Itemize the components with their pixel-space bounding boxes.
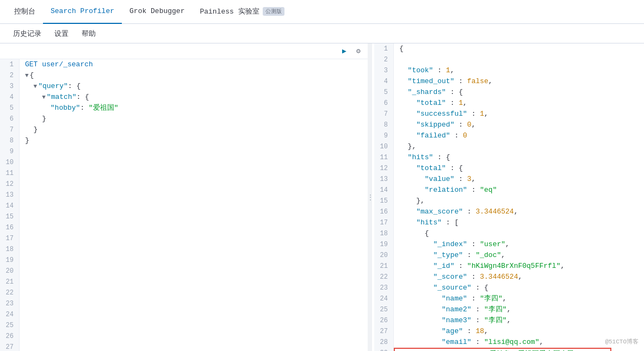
line-number: 1 <box>374 43 394 54</box>
line-number: 18 <box>0 244 20 255</box>
line-content: "skipped" : 0, <box>394 120 644 130</box>
right-result-panel: 1{ 23 "took" : 1,4 "timed_out" : false,5… <box>374 43 644 351</box>
line-number: 12 <box>0 179 20 190</box>
nav-painless[interactable]: Painless 实验室 公测版 <box>192 0 292 24</box>
collapse-arrow[interactable]: ▼ <box>42 94 46 101</box>
table-row: 6 } <box>0 114 369 124</box>
line-number: 13 <box>0 190 20 200</box>
run-button[interactable]: ▶ <box>338 45 351 58</box>
nav-search-profiler-label: Search Profiler <box>51 7 114 15</box>
line-content <box>20 146 369 157</box>
wrench-icon-button[interactable]: ⚙ <box>352 45 365 58</box>
line-content <box>20 309 369 320</box>
line-content: "successful" : 1, <box>394 109 644 120</box>
line-content <box>20 266 369 277</box>
table-row: 8 } <box>0 135 369 146</box>
line-number: 2 <box>374 54 394 65</box>
watermark: @51CTO博客 <box>605 337 639 346</box>
line-content: "_index" : "user", <box>394 239 644 250</box>
subnav-settings-label: 设置 <box>54 29 69 39</box>
line-number: 9 <box>0 146 20 157</box>
left-code-editor[interactable]: 1 GET user/_search 2 ▼{ 3 ▼"query": { 4 … <box>0 59 369 351</box>
wrench-icon: ⚙ <box>356 47 361 55</box>
line-number: 3 <box>374 65 394 76</box>
line-number: 25 <box>374 304 394 315</box>
line-content: GET user/_search <box>20 59 369 70</box>
line-content <box>20 298 369 309</box>
table-row: 12 <box>0 179 369 190</box>
main-layout: ▶ ⚙ 1 GET user/_search 2 ▼{ <box>0 43 644 351</box>
line-content: }, <box>394 196 644 206</box>
line-number: 5 <box>374 87 394 98</box>
subnav-history[interactable]: 历史记录 <box>7 24 48 43</box>
table-row: 18 { <box>374 228 644 239</box>
table-row: 1{ <box>374 43 644 54</box>
line-number: 16 <box>0 222 20 233</box>
line-number: 17 <box>0 233 20 244</box>
line-number: 4 <box>0 92 20 103</box>
table-row: 17 <box>0 233 369 244</box>
nav-console[interactable]: 控制台 <box>7 0 43 24</box>
table-row: 11 "hits" : { <box>374 152 644 163</box>
line-number: 21 <box>0 277 20 287</box>
line-number: 23 <box>0 298 20 309</box>
table-row: 15 }, <box>374 196 644 206</box>
table-row: 24 <box>0 309 369 320</box>
sub-navigation: 历史记录 设置 帮助 <box>0 24 644 43</box>
code-lines-table: 1 GET user/_search 2 ▼{ 3 ▼"query": { 4 … <box>0 59 369 351</box>
line-content: }, <box>394 141 644 152</box>
line-number: 14 <box>0 200 20 211</box>
table-row: 19 "_index" : "user", <box>374 239 644 250</box>
table-row: 28 "email" : "lisi@qq.com", <box>374 337 644 348</box>
line-content <box>20 342 369 351</box>
subnav-settings[interactable]: 设置 <box>48 24 75 43</box>
key: "query" <box>38 82 68 90</box>
line-number: 11 <box>0 168 20 179</box>
painless-badge: 公测版 <box>263 7 284 16</box>
table-row: 16 <box>0 222 369 233</box>
table-row: 1 GET user/_search <box>0 59 369 70</box>
line-content: "total" : { <box>394 163 644 174</box>
line-number: 17 <box>374 217 394 228</box>
table-row: 7 } <box>0 124 369 135</box>
table-row: 3 "took" : 1, <box>374 65 644 76</box>
subnav-help[interactable]: 帮助 <box>75 24 102 43</box>
table-row: 23 "_source" : { <box>374 283 644 293</box>
line-content <box>20 255 369 266</box>
watermark-text: @51CTO博客 <box>605 339 639 345</box>
line-number: 11 <box>374 152 394 163</box>
nav-search-profiler[interactable]: Search Profiler <box>43 0 122 24</box>
key: "match" <box>47 93 77 101</box>
line-content <box>20 244 369 255</box>
line-number: 27 <box>0 342 20 351</box>
table-row: 9 <box>0 146 369 157</box>
right-code-area[interactable]: 1{ 23 "took" : 1,4 "timed_out" : false,5… <box>374 43 644 351</box>
nav-painless-label: Painless 实验室 <box>200 7 259 16</box>
table-row: 14 <box>0 200 369 211</box>
line-number: 27 <box>374 326 394 337</box>
line-content <box>20 168 369 179</box>
line-number: 15 <box>374 196 394 206</box>
line-number: 26 <box>0 331 20 342</box>
line-number: 7 <box>0 124 20 135</box>
collapse-arrow[interactable]: ▼ <box>34 83 38 90</box>
panel-divider[interactable]: ⋮ <box>368 43 372 351</box>
line-number: 15 <box>0 211 20 222</box>
table-row: 15 <box>0 211 369 222</box>
line-content <box>20 277 369 287</box>
collapse-arrow[interactable]: ▼ <box>25 72 29 79</box>
line-number: 21 <box>374 261 394 272</box>
line-content: "relation" : "eq" <box>394 185 644 196</box>
line-content: ▼"query": { <box>20 81 369 92</box>
line-content: "total" : 1, <box>394 98 644 109</box>
table-row: 27 <box>0 342 369 351</box>
line-content: { <box>394 43 644 54</box>
line-content: "hits" : { <box>394 152 644 163</box>
left-editor-panel: ▶ ⚙ 1 GET user/_search 2 ▼{ <box>0 43 370 351</box>
line-number: 22 <box>374 272 394 283</box>
line-content: } <box>20 124 369 135</box>
table-row: 7 "successful" : 1, <box>374 109 644 120</box>
line-number: 19 <box>0 255 20 266</box>
nav-grok-debugger[interactable]: Grok Debugger <box>122 0 192 24</box>
line-content: "max_score" : 3.3446524, <box>394 206 644 217</box>
